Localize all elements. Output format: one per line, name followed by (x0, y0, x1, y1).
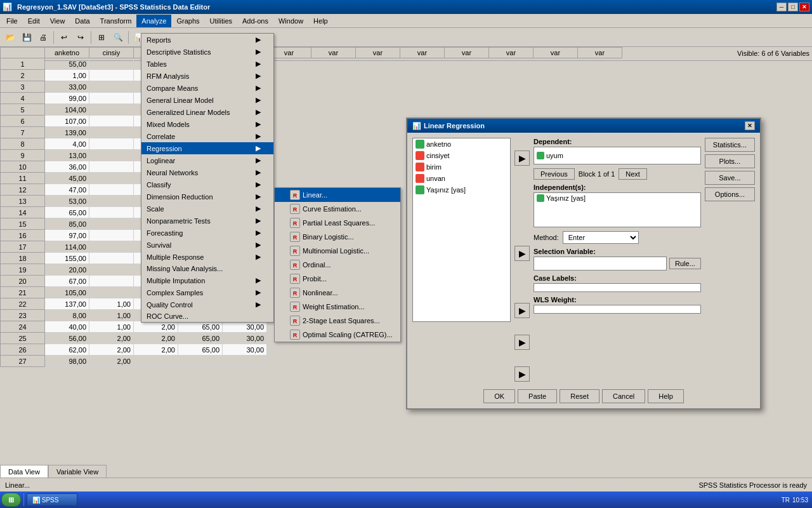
col-header-var3[interactable]: var (356, 48, 400, 58)
method-select[interactable]: Enter Stepwise Remove Backward Forward (563, 231, 639, 244)
case-labels-arrow-button[interactable]: ▶ (514, 335, 530, 350)
cell-data[interactable] (89, 276, 134, 287)
menu-neural-networks[interactable]: Neural Networks▶ (141, 166, 273, 178)
cell-data[interactable]: 1,00 (89, 310, 134, 321)
cell-data[interactable]: 2,00 (134, 344, 178, 356)
menu-loglinear[interactable]: Loglinear▶ (141, 154, 273, 166)
row-number[interactable]: 10 (1, 161, 45, 173)
cell-data[interactable] (89, 161, 134, 173)
cell-data[interactable]: 2,00 (89, 344, 134, 356)
cell-data[interactable] (89, 264, 134, 276)
independent-arrow-button[interactable]: ▶ (514, 246, 530, 261)
cell-data[interactable] (89, 150, 134, 161)
menu-forecasting[interactable]: Forecasting▶ (141, 227, 273, 239)
menu-generalized-linear[interactable]: Generalized Linear Models▶ (141, 106, 273, 118)
menu-scale[interactable]: Scale▶ (141, 203, 273, 215)
cell-data[interactable] (89, 93, 134, 104)
col-header-var2[interactable]: var (311, 48, 356, 58)
cell-data[interactable] (89, 287, 134, 298)
cell-data[interactable]: 105,00 (45, 287, 89, 298)
cell-data[interactable]: 53,00 (45, 196, 89, 207)
submenu-multinomial-logistic[interactable]: RMultinomial Logistic... (275, 244, 400, 258)
submenu-probit[interactable]: RProbit... (275, 272, 400, 286)
var-unvan[interactable]: unvan (413, 173, 510, 184)
rule-button[interactable]: Rule... (669, 258, 701, 269)
row-number[interactable]: 27 (1, 356, 45, 367)
row-number[interactable]: 6 (1, 116, 45, 127)
menu-correlate[interactable]: Correlate▶ (141, 130, 273, 142)
start-button[interactable]: ⊞ (1, 493, 21, 507)
plots-button[interactable]: Plots... (705, 154, 755, 168)
menu-quality-control[interactable]: Quality Control▶ (141, 298, 273, 311)
cell-data[interactable]: 47,00 (45, 184, 89, 196)
row-number[interactable]: 2 (1, 70, 45, 81)
cell-data[interactable]: 67,00 (45, 276, 89, 287)
row-number[interactable]: 1 (1, 58, 45, 70)
menu-data[interactable]: Data (70, 15, 95, 27)
selection-input[interactable] (534, 257, 667, 271)
menu-multiple-imputation[interactable]: Multiple Imputation▶ (141, 274, 273, 286)
var-yas[interactable]: Yaşınız [yas] (413, 184, 510, 196)
row-number[interactable]: 11 (1, 173, 45, 184)
col-header-anketno[interactable]: anketno (45, 48, 89, 58)
menu-classify[interactable]: Classify▶ (141, 178, 273, 190)
submenu-linear[interactable]: RLinear... (275, 188, 400, 202)
menu-descriptive-statistics[interactable]: Descriptive Statistics▶ (141, 46, 273, 58)
cell-data[interactable] (89, 58, 134, 70)
cell-data[interactable]: 65,00 (178, 321, 223, 333)
cell-data[interactable] (89, 81, 134, 93)
submenu-curve-estimation[interactable]: RCurve Estimation... (275, 202, 400, 216)
col-header-cinsiyet[interactable]: cinsiy (89, 48, 134, 58)
cell-data[interactable]: 45,00 (45, 173, 89, 184)
menu-view[interactable]: View (45, 15, 70, 27)
cell-data[interactable]: 65,00 (178, 344, 223, 356)
row-number[interactable]: 21 (1, 287, 45, 298)
save-button[interactable]: Save... (705, 171, 755, 185)
var-birim[interactable]: birim (413, 161, 510, 173)
cell-data[interactable]: 1,00 (45, 70, 89, 81)
cell-data[interactable]: 2,00 (134, 321, 178, 333)
menu-analyze[interactable]: Analyze (136, 15, 171, 27)
menu-graphs[interactable]: Graphs (171, 15, 204, 27)
cell-data[interactable] (89, 253, 134, 264)
menu-transform[interactable]: Transform (95, 15, 137, 27)
cell-data[interactable] (89, 184, 134, 196)
redo-button[interactable]: ↪ (73, 30, 88, 45)
cell-data[interactable]: 30,00 (223, 344, 267, 356)
row-number[interactable]: 17 (1, 241, 45, 253)
menu-dimension-reduction[interactable]: Dimension Reduction▶ (141, 190, 273, 203)
row-number[interactable]: 22 (1, 298, 45, 310)
var-cinsiyet[interactable]: cinsiyet (413, 150, 510, 161)
row-number[interactable]: 20 (1, 276, 45, 287)
dialog-close-button[interactable]: ✕ (745, 121, 755, 130)
row-number[interactable]: 13 (1, 196, 45, 207)
cell-data[interactable] (89, 127, 134, 138)
cell-data[interactable] (89, 218, 134, 230)
cell-data[interactable]: 40,00 (45, 321, 89, 333)
cell-data[interactable]: 30,00 (223, 333, 267, 344)
cell-data[interactable]: 33,00 (45, 81, 89, 93)
options-button[interactable]: Options... (705, 187, 755, 201)
ok-button[interactable]: OK (483, 389, 515, 403)
cell-data[interactable] (223, 356, 267, 367)
cell-data[interactable]: 65,00 (45, 207, 89, 218)
col-header-var7[interactable]: var (534, 48, 578, 58)
taskbar-spss[interactable]: 📊 SPSS (27, 493, 77, 506)
menu-reports[interactable]: Reports▶ (141, 34, 273, 46)
row-number[interactable]: 25 (1, 333, 45, 344)
case-labels-input[interactable] (534, 283, 701, 292)
menu-mixed-models[interactable]: Mixed Models▶ (141, 118, 273, 130)
row-number[interactable]: 24 (1, 321, 45, 333)
cell-data[interactable]: 2,00 (89, 356, 134, 367)
cell-data[interactable]: 1,00 (89, 298, 134, 310)
col-header-var4[interactable]: var (400, 48, 445, 58)
cell-data[interactable]: 4,00 (45, 138, 89, 150)
cell-data[interactable] (89, 116, 134, 127)
dependent-arrow-button[interactable]: ▶ (514, 150, 530, 166)
cell-data[interactable]: 97,00 (45, 230, 89, 241)
cell-data[interactable] (89, 230, 134, 241)
row-number[interactable]: 3 (1, 81, 45, 93)
menu-help[interactable]: Help (308, 15, 333, 27)
cell-data[interactable] (89, 196, 134, 207)
reset-button[interactable]: Reset (560, 389, 599, 403)
